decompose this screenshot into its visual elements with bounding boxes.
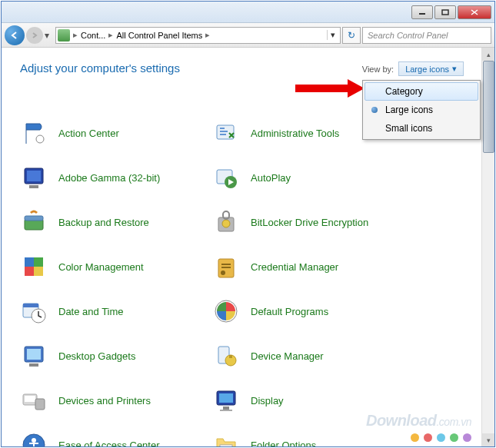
address-dropdown-icon[interactable]: ▾ bbox=[327, 30, 338, 40]
breadcrumb-segment[interactable]: All Control Panel Items bbox=[116, 31, 202, 40]
admin-icon bbox=[212, 119, 240, 147]
control-panel-item[interactable]: Desktop Gadgets bbox=[20, 342, 212, 370]
dropdown-item-small-icons[interactable]: Small icons bbox=[365, 119, 478, 138]
dropdown-item-label: Category bbox=[385, 86, 423, 97]
svg-rect-31 bbox=[229, 355, 232, 358]
svg-rect-1 bbox=[442, 10, 448, 15]
svg-rect-38 bbox=[220, 410, 232, 411]
item-label: Backup and Restore bbox=[58, 217, 149, 228]
credential-icon bbox=[212, 253, 240, 280]
breadcrumb-sep-icon: ▸ bbox=[73, 30, 78, 40]
control-panel-item[interactable]: Adobe Gamma (32-bit) bbox=[20, 164, 212, 191]
folder-icon bbox=[212, 431, 240, 446]
svg-point-2 bbox=[36, 135, 44, 143]
svg-rect-33 bbox=[25, 396, 35, 402]
item-label: Display bbox=[251, 395, 284, 407]
gadgets-icon bbox=[20, 342, 48, 370]
selected-bullet-icon bbox=[371, 107, 378, 113]
item-label: Devices and Printers bbox=[58, 395, 151, 407]
svg-rect-27 bbox=[27, 349, 41, 360]
scroll-down-button[interactable]: ▾ bbox=[482, 433, 494, 446]
viewby-label: View by: bbox=[362, 65, 394, 74]
scroll-thumb[interactable] bbox=[483, 61, 494, 153]
vertical-scrollbar[interactable]: ▴ ▾ bbox=[481, 48, 494, 446]
items-grid: Action CenterAdministrative ToolsAdobe G… bbox=[20, 119, 476, 446]
item-label: Desktop Gadgets bbox=[58, 350, 135, 362]
item-label: Color Management bbox=[58, 261, 144, 273]
svg-rect-19 bbox=[221, 264, 231, 265]
item-label: AutoPlay bbox=[251, 172, 291, 184]
autoplay-icon bbox=[212, 164, 240, 191]
ease-icon bbox=[20, 431, 48, 446]
control-panel-item[interactable]: Display bbox=[212, 387, 404, 414]
viewby-value: Large icons bbox=[405, 65, 449, 74]
svg-rect-6 bbox=[29, 185, 38, 188]
item-label: Action Center bbox=[58, 128, 119, 139]
svg-rect-34 bbox=[35, 399, 45, 410]
datetime-icon bbox=[20, 297, 48, 325]
item-label: Device Manager bbox=[251, 350, 324, 362]
item-label: Credential Manager bbox=[251, 261, 338, 273]
control-panel-item[interactable]: Credential Manager bbox=[212, 253, 404, 280]
viewby-button[interactable]: Large icons ▾ bbox=[398, 61, 464, 76]
maximize-button[interactable] bbox=[434, 5, 456, 19]
back-button[interactable] bbox=[5, 25, 25, 45]
default-icon bbox=[212, 297, 240, 325]
gamma-icon bbox=[20, 164, 48, 191]
titlebar bbox=[2, 2, 494, 23]
window-frame: ▾ ▸ Cont... ▸ All Control Panel Items ▸ … bbox=[1, 1, 495, 447]
control-panel-icon bbox=[58, 29, 70, 41]
control-panel-item[interactable]: Backup and Restore bbox=[20, 208, 212, 236]
refresh-button[interactable]: ↻ bbox=[342, 27, 361, 44]
svg-point-21 bbox=[221, 270, 225, 275]
close-button[interactable] bbox=[458, 5, 491, 19]
search-placeholder: Search Control Panel bbox=[368, 31, 448, 40]
svg-point-40 bbox=[32, 438, 36, 443]
search-input[interactable]: Search Control Panel bbox=[362, 27, 491, 44]
navbar: ▾ ▸ Cont... ▸ All Control Panel Items ▸ … bbox=[2, 23, 494, 48]
breadcrumb-sep-icon: ▸ bbox=[108, 30, 113, 40]
svg-rect-36 bbox=[219, 393, 233, 403]
devices-icon bbox=[20, 387, 48, 414]
item-label: Administrative Tools bbox=[251, 128, 339, 139]
viewby-dropdown: Category Large icons Small icons bbox=[362, 80, 481, 140]
svg-rect-3 bbox=[217, 125, 234, 139]
svg-rect-0 bbox=[419, 13, 425, 15]
content-area: Adjust your computer's settings View by:… bbox=[2, 48, 494, 446]
svg-rect-5 bbox=[27, 171, 41, 181]
item-label: BitLocker Drive Encryption bbox=[251, 217, 368, 228]
bitlocker-icon bbox=[212, 208, 240, 236]
minimize-button[interactable] bbox=[411, 5, 433, 19]
control-panel-item[interactable]: AutoPlay bbox=[212, 164, 404, 191]
item-label: Date and Time bbox=[58, 306, 124, 317]
control-panel-item[interactable]: Device Manager bbox=[212, 342, 404, 370]
item-label: Folder Options bbox=[251, 440, 316, 447]
dropdown-item-label: Small icons bbox=[385, 123, 432, 134]
flag-icon bbox=[20, 119, 48, 147]
svg-rect-10 bbox=[25, 216, 43, 221]
control-panel-item[interactable]: Color Management bbox=[20, 253, 212, 280]
address-bar[interactable]: ▸ Cont... ▸ All Control Panel Items ▸ ▾ bbox=[55, 27, 341, 44]
item-label: Adobe Gamma (32-bit) bbox=[58, 172, 160, 184]
control-panel-item[interactable]: Default Programs bbox=[212, 297, 404, 325]
control-panel-item[interactable]: Devices and Printers bbox=[20, 387, 212, 414]
annotation-arrow bbox=[295, 85, 349, 92]
dropdown-item-label: Large icons bbox=[385, 105, 433, 115]
control-panel-item[interactable]: Folder Options bbox=[212, 431, 404, 446]
dropdown-item-large-icons[interactable]: Large icons bbox=[365, 101, 478, 119]
devmgr-icon bbox=[212, 342, 240, 370]
control-panel-item[interactable]: Date and Time bbox=[20, 297, 212, 325]
history-dropdown-icon[interactable]: ▾ bbox=[45, 30, 54, 41]
svg-rect-16 bbox=[25, 267, 34, 276]
viewby-row: View by: Large icons ▾ bbox=[362, 61, 464, 76]
control-panel-item[interactable]: Ease of Access Center bbox=[20, 431, 212, 446]
item-label: Ease of Access Center bbox=[58, 440, 160, 447]
scroll-up-button[interactable]: ▴ bbox=[482, 48, 494, 61]
control-panel-item[interactable]: BitLocker Drive Encryption bbox=[212, 208, 404, 236]
svg-rect-41 bbox=[220, 445, 232, 446]
breadcrumb-segment[interactable]: Cont... bbox=[81, 31, 105, 40]
control-panel-item[interactable]: Action Center bbox=[20, 119, 212, 147]
svg-rect-28 bbox=[29, 363, 38, 367]
dropdown-item-category[interactable]: Category bbox=[365, 82, 478, 101]
svg-rect-17 bbox=[34, 267, 43, 276]
